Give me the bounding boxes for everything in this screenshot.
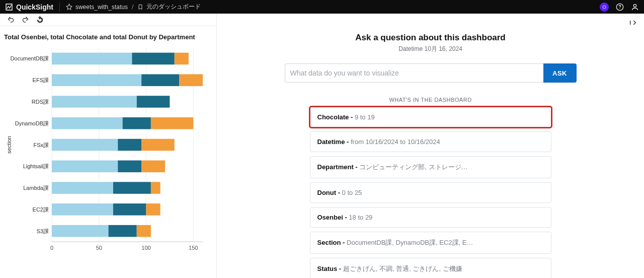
field-value: 18 to 29 [349,214,372,221]
bar-segment[interactable] [137,96,170,108]
bar-segment[interactable] [52,139,118,151]
app-root: QuickSight sweets_with_status / 元のダッシュボー… [0,0,644,278]
bar-segment[interactable] [52,161,118,173]
dashboard-field-item[interactable]: Donut - 0 to 25 [310,182,551,203]
category-label: EFS課 [33,77,49,83]
topbar: QuickSight sweets_with_status / 元のダッシュボー… [0,0,644,14]
chart-title: Total Osenbei, total Chocolate and total… [4,33,212,41]
bar-chart[interactable]: 050100150DocumentDB課EFS課RDS課DynamoDB課FSx… [4,48,210,259]
undo-icon[interactable] [7,16,15,24]
bar-segment[interactable] [141,74,179,86]
edit-toolbar [0,14,216,26]
svg-text:150: 150 [189,245,198,251]
star-icon[interactable] [66,4,72,10]
ask-input[interactable] [285,63,543,83]
svg-text:100: 100 [141,245,150,251]
bar-segment[interactable] [137,225,151,237]
field-key: Osenbei - [317,214,349,221]
breadcrumb: sweets_with_status / 元のダッシュボード [66,3,201,11]
category-label: DocumentDB課 [11,55,49,61]
bar-segment[interactable] [151,182,160,194]
q-assistant-button[interactable] [600,3,609,12]
bar-segment[interactable] [118,161,141,173]
field-key: Status - [317,265,343,272]
bookmark-icon[interactable] [137,4,143,10]
dashboard-field-item[interactable]: Datetime - from 10/16/2024 to 10/16/2024 [310,131,551,152]
quicksight-logo-icon [5,3,13,11]
bar-segment[interactable] [113,182,151,194]
reset-icon[interactable] [36,16,44,24]
category-label: RDS課 [32,99,49,105]
category-label: FSx課 [33,142,49,148]
bar-segment[interactable] [151,117,193,129]
bar-segment[interactable] [52,117,123,129]
svg-point-0 [603,6,606,9]
redo-icon[interactable] [22,16,29,24]
chart-panel: Total Osenbei, total Chocolate and total… [0,26,216,278]
field-value: 9 to 19 [355,113,375,121]
field-key: Chocolate - [317,113,355,121]
brand-text: QuickSight [16,3,53,11]
dashboard-field-item[interactable]: Section - DocumentDB課, DynamoDB課, EC2課, … [310,232,551,254]
field-value: コンピューティング部, ストレージ… [359,163,467,171]
field-value: 超ごきげん, 不調, 普通, ごきげん, ご機嫌 [343,265,462,272]
crumb-dashboard[interactable]: 元のダッシュボード [146,3,201,11]
bar-segment[interactable] [52,53,132,65]
collapse-panel-button[interactable] [629,19,637,28]
separator [59,3,60,12]
field-key: Donut - [317,189,342,196]
bar-segment[interactable] [179,74,203,86]
dashboard-fields-header: WHAT'S IN THE DASHBOARD [389,97,471,103]
bar-segment[interactable] [109,225,137,237]
bar-segment[interactable] [146,203,160,216]
ask-button[interactable]: ASK [543,63,577,83]
category-label: DynamoDB課 [15,120,49,126]
category-label: EC2課 [33,206,49,213]
bar-segment[interactable] [52,96,137,108]
svg-point-2 [619,8,620,9]
user-icon[interactable] [631,3,639,11]
topbar-right [600,3,639,12]
dashboard-field-item[interactable]: Department - コンピューティング部, ストレージ… [310,156,551,178]
bar-segment[interactable] [141,139,175,151]
field-value: 0 to 25 [342,189,362,196]
ask-title: Ask a question about this dashboard [355,33,505,43]
bar-segment[interactable] [132,53,174,65]
bar-segment[interactable] [52,225,109,237]
bar-segment[interactable] [113,203,146,216]
field-value: from 10/16/2024 to 10/16/2024 [351,138,440,146]
ask-input-row: ASK [285,63,577,83]
bar-segment[interactable] [52,203,113,216]
svg-point-3 [633,4,636,7]
bar-segment[interactable] [118,139,141,151]
category-label: Lightsail課 [23,163,49,169]
svg-text:0: 0 [50,245,53,251]
bar-segment[interactable] [52,182,113,194]
brand: QuickSight [5,3,53,11]
svg-text:50: 50 [96,245,102,251]
bar-segment[interactable] [141,161,165,173]
ask-subtitle: Datetime 10月 16, 2024 [398,45,462,53]
bar-segment[interactable] [52,74,141,86]
category-label: Lambda課 [23,185,49,191]
field-key: Department - [317,163,360,171]
bar-segment[interactable] [175,53,189,65]
dashboard-field-item[interactable]: Chocolate - 9 to 19 [310,107,551,127]
left-pane: Total Osenbei, total Chocolate and total… [0,14,216,278]
y-axis-label: section [6,136,12,154]
field-value: DocumentDB課, DynamoDB課, EC2課, E… [347,239,473,246]
help-icon[interactable] [616,3,624,11]
dashboard-fields-list: Chocolate - 9 to 19Datetime - from 10/16… [310,107,551,278]
crumb-separator: / [132,4,133,11]
bar-segment[interactable] [123,117,151,129]
dashboard-field-item[interactable]: Osenbei - 18 to 29 [310,207,551,228]
dashboard-field-item[interactable]: Status - 超ごきげん, 不調, 普通, ごきげん, ご機嫌 [310,258,551,278]
crumb-dataset[interactable]: sweets_with_status [75,4,128,11]
main-split: Total Osenbei, total Chocolate and total… [0,14,644,278]
field-key: Section - [317,239,347,246]
field-key: Datetime - [317,138,351,146]
category-label: S3課 [37,228,49,234]
ask-panel: Ask a question about this dashboard Date… [216,14,644,278]
